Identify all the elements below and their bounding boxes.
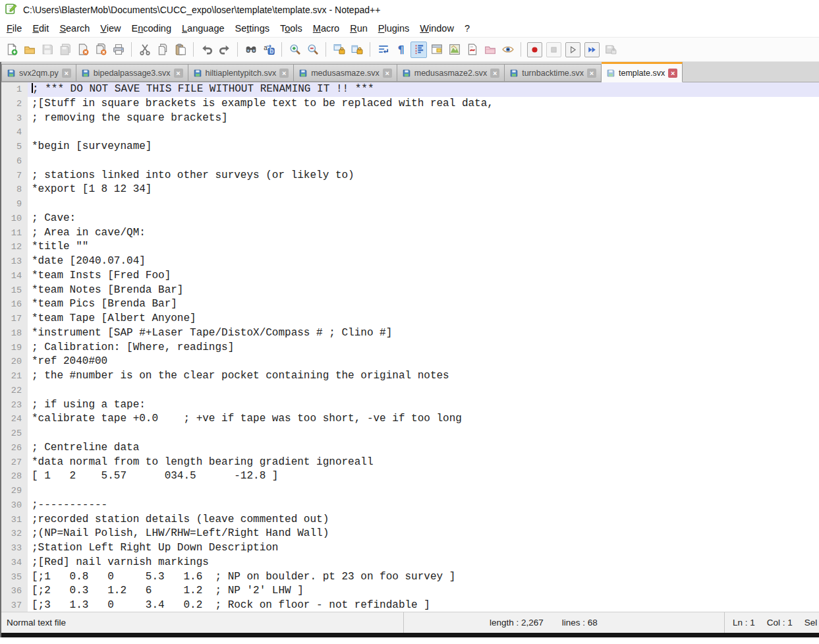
editor-line-31[interactable]: 31;recorded station details (leave comme…: [1, 513, 819, 527]
tab-svx2qm.py[interactable]: svx2qm.py×: [1, 64, 76, 82]
editor-line-15[interactable]: 15*team Notes [Brenda Bar]: [1, 283, 819, 298]
editor-line-6[interactable]: 6: [1, 154, 819, 169]
sync-horizontal-scroll-icon[interactable]: [349, 42, 365, 58]
tab-turnbacktime.svx[interactable]: turnbacktime.svx×: [505, 64, 602, 82]
editor-line-21[interactable]: 21; the #number is on the clear pocket c…: [1, 369, 819, 384]
editor-line-7[interactable]: 7; stations linked into other surveys (o…: [1, 169, 819, 183]
editor-line-12[interactable]: 12*title "": [1, 240, 819, 254]
editor-line-10[interactable]: 10; Cave:: [1, 212, 819, 226]
editor-line-4[interactable]: 4: [1, 125, 819, 140]
monitoring-icon[interactable]: [499, 42, 516, 58]
menu-encoding[interactable]: Encoding: [127, 22, 177, 35]
editor-line-27[interactable]: 27*data normal from to length bearing gr…: [1, 455, 819, 470]
open-file-icon[interactable]: [21, 42, 38, 58]
menu-search[interactable]: Search: [54, 22, 95, 35]
run-macro-multiple-icon[interactable]: [584, 42, 600, 57]
tab-bipedalpassage3.svx[interactable]: bipedalpassage3.svx×: [76, 64, 188, 82]
tab-template.svx[interactable]: template.svx×: [602, 62, 683, 82]
close-all-icon[interactable]: [92, 42, 109, 58]
close-tab-icon[interactable]: ×: [279, 69, 289, 78]
menu-view[interactable]: View: [95, 22, 126, 35]
function-list-icon[interactable]: [428, 42, 445, 58]
close-tab-icon[interactable]: ×: [490, 69, 499, 78]
editor-line-25[interactable]: 25: [1, 426, 819, 441]
editor-line-14[interactable]: 14*team Insts [Fred Foo]: [1, 269, 819, 283]
editor-line-19[interactable]: 19; Calibration: [Where, readings]: [1, 341, 819, 355]
menu-window[interactable]: Window: [414, 22, 459, 35]
editor-line-34[interactable]: 34;[Red] nail varnish markings: [1, 556, 819, 570]
sync-vertical-scroll-icon[interactable]: [331, 42, 347, 58]
editor-line-29[interactable]: 29: [1, 484, 819, 498]
menu-file[interactable]: File: [1, 22, 27, 35]
editor-line-11[interactable]: 11; Area in cave/QM:: [1, 226, 819, 241]
editor-line-23[interactable]: 23; if using a tape:: [1, 398, 819, 413]
editor-line-17[interactable]: 17*team Tape [Albert Anyone]: [1, 312, 819, 326]
line-number: 28: [1, 469, 28, 484]
menu-settings[interactable]: Settings: [230, 22, 275, 35]
tab-hiltiaplentypitch.svx[interactable]: hiltiaplentypitch.svx×: [188, 64, 295, 82]
tab-medusasmaze2.svx[interactable]: medusasmaze2.svx×: [397, 64, 505, 82]
redo-icon[interactable]: [216, 42, 233, 58]
paste-icon[interactable]: [172, 42, 188, 58]
editor-line-1[interactable]: 1; *** DO NOT SAVE THIS FILE WITHOUT REN…: [1, 82, 819, 97]
line-text: *team Pics [Brenda Bar]: [28, 297, 819, 312]
editor-line-9[interactable]: 9: [1, 197, 819, 212]
zoom-in-icon[interactable]: [287, 42, 303, 58]
editor-line-35[interactable]: 35[;1 0.8 0 5.3 1.6 ; NP on boulder. pt …: [1, 570, 819, 585]
cut-icon[interactable]: [136, 42, 153, 58]
editor-line-30[interactable]: 30;-----------: [1, 498, 819, 513]
editor-line-5[interactable]: 5*begin [surveyname]: [1, 140, 819, 154]
replace-icon[interactable]: ab: [260, 42, 277, 58]
editor-line-16[interactable]: 16*team Pics [Brenda Bar]: [1, 297, 819, 312]
editor-line-33[interactable]: 33;Station Left Right Up Down Descriptio…: [1, 541, 819, 556]
text-caret: [32, 83, 33, 93]
close-tab-icon[interactable]: ×: [668, 69, 677, 78]
new-file-icon[interactable]: [3, 42, 20, 58]
menu-tools[interactable]: Tools: [275, 22, 308, 35]
menu-plugins[interactable]: Plugins: [373, 22, 415, 35]
editor-line-2[interactable]: 2;[Stuff in square brackets is example t…: [1, 97, 819, 111]
close-tab-icon[interactable]: ×: [587, 69, 596, 78]
menu-language[interactable]: Language: [177, 22, 230, 35]
menu-help[interactable]: ?: [459, 22, 475, 35]
editor-area[interactable]: 1; *** DO NOT SAVE THIS FILE WITHOUT REN…: [1, 82, 819, 612]
copy-icon[interactable]: [154, 42, 171, 58]
editor-line-20[interactable]: 20*ref 2040#00: [1, 355, 819, 369]
print-icon[interactable]: [110, 42, 127, 58]
editor-line-8[interactable]: 8*export [1 8 12 34]: [1, 183, 819, 197]
editor-line-32[interactable]: 32;(NP=Nail Polish, LHW/RHW=Left/Right H…: [1, 527, 819, 541]
find-icon[interactable]: [242, 42, 259, 58]
undo-icon[interactable]: [198, 42, 215, 58]
document-list-icon[interactable]: [464, 42, 480, 58]
editor-line-36[interactable]: 36[;2 0.3 1.2 6 1.2 ; NP '2' LHW ]: [1, 584, 819, 599]
show-indent-guide-icon[interactable]: [410, 42, 427, 58]
editor-line-37[interactable]: 37[;3 1.3 0 3.4 0.2 ; Rock on floor - no…: [1, 599, 819, 612]
editor-line-3[interactable]: 3; removing the square brackets]: [1, 111, 819, 126]
close-tab-icon[interactable]: ×: [62, 69, 71, 78]
editor-line-13[interactable]: 13*date [2040.07.04]: [1, 254, 819, 269]
status-cursor-info: Ln : 1 Col : 1 Sel : 0 |: [724, 612, 819, 633]
editor-line-18[interactable]: 18*instrument [SAP #+Laser Tape/DistoX/C…: [1, 326, 819, 341]
saved-file-icon: [606, 69, 615, 78]
title-bar: C:\Users\BlasterMob\Documents\CUCC_expo\…: [0, 0, 819, 20]
playback-macro-icon[interactable]: [565, 42, 580, 57]
editor-line-26[interactable]: 26; Centreline data: [1, 441, 819, 455]
menu-edit[interactable]: Edit: [27, 22, 54, 35]
folder-as-workspace-icon[interactable]: [482, 42, 498, 58]
word-wrap-icon[interactable]: [375, 42, 391, 58]
zoom-out-icon[interactable]: [304, 42, 321, 58]
editor-line-24[interactable]: 24*calibrate tape +0.0 ; +ve if tape was…: [1, 412, 819, 426]
close-file-icon[interactable]: [74, 42, 91, 58]
close-tab-icon[interactable]: ×: [383, 69, 392, 78]
menu-macro[interactable]: Macro: [308, 22, 345, 35]
editor-lines: 1; *** DO NOT SAVE THIS FILE WITHOUT REN…: [1, 82, 819, 612]
editor-line-28[interactable]: 28[ 1 2 5.57 034.5 -12.8 ]: [1, 469, 819, 484]
close-tab-icon[interactable]: ×: [174, 69, 183, 78]
line-number: 14: [1, 269, 28, 283]
record-macro-icon[interactable]: [527, 42, 542, 57]
show-all-characters-icon[interactable]: ¶: [393, 42, 409, 58]
editor-line-22[interactable]: 22: [1, 384, 819, 398]
menu-run[interactable]: Run: [345, 22, 373, 35]
tab-medusasmaze.svx[interactable]: medusasmaze.svx×: [294, 64, 397, 82]
document-map-icon[interactable]: [446, 42, 463, 58]
